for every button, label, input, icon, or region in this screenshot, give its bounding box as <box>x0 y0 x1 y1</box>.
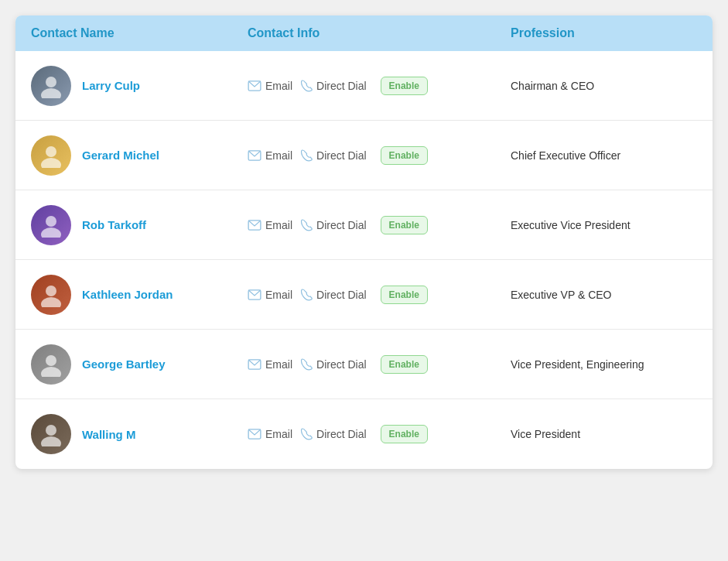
enable-button[interactable]: Enable <box>381 216 428 234</box>
phone-icon <box>300 80 313 92</box>
contact-info-cell: Email Direct Dial Enable <box>248 216 511 234</box>
contact-name[interactable]: Larry Culp <box>82 79 140 92</box>
table-row: Gerard Michel Email Direct Dial Enable C… <box>15 121 713 190</box>
contact-name-cell: Gerard Michel <box>31 135 248 176</box>
svg-point-7 <box>41 227 61 238</box>
svg-point-4 <box>41 158 61 168</box>
avatar-silhouette-icon <box>39 143 63 168</box>
avatar-silhouette-icon <box>39 213 63 238</box>
table-row: George Bartley Email Direct Dial Enable … <box>15 330 713 399</box>
avatar <box>31 414 71 454</box>
avatar <box>31 135 71 176</box>
contact-name-cell: George Bartley <box>31 344 248 385</box>
table-body: Larry Culp Email Direct Dial Enable Chai… <box>15 51 713 469</box>
direct-dial-item: Direct Dial <box>300 219 367 231</box>
svg-point-16 <box>41 436 61 446</box>
avatar <box>31 344 71 385</box>
direct-dial-label: Direct Dial <box>316 428 367 440</box>
email-icon <box>248 289 261 300</box>
enable-button[interactable]: Enable <box>381 355 428 374</box>
contact-name[interactable]: Kathleen Jordan <box>82 288 173 301</box>
svg-point-13 <box>41 367 61 377</box>
enable-button[interactable]: Enable <box>381 77 428 95</box>
phone-icon <box>300 428 313 440</box>
direct-dial-label: Direct Dial <box>316 289 367 301</box>
profession-cell: Vice President <box>511 428 697 440</box>
phone-icon <box>300 289 313 301</box>
enable-button[interactable]: Enable <box>381 146 428 165</box>
contact-name-cell: Rob Tarkoff <box>31 205 248 245</box>
direct-dial-label: Direct Dial <box>316 358 367 371</box>
phone-icon <box>300 358 313 371</box>
email-icon <box>248 150 261 161</box>
col-header-name: Contact Name <box>31 26 248 40</box>
email-label: Email <box>265 358 292 371</box>
svg-point-12 <box>46 355 56 366</box>
direct-dial-label: Direct Dial <box>316 219 367 231</box>
email-icon <box>248 429 261 440</box>
avatar-silhouette-icon <box>39 422 63 446</box>
svg-point-10 <box>41 297 61 307</box>
profession-cell: Executive Vice President <box>511 219 697 231</box>
contact-info-cell: Email Direct Dial Enable <box>248 146 511 165</box>
profession-cell: Vice President, Engineering <box>511 358 697 371</box>
avatar <box>31 205 71 245</box>
table-row: Walling M Email Direct Dial Enable Vice … <box>15 399 713 469</box>
avatar <box>31 66 71 106</box>
contact-name-cell: Kathleen Jordan <box>31 275 248 315</box>
phone-icon <box>300 219 313 231</box>
svg-point-6 <box>46 216 56 227</box>
profession-cell: Chairman & CEO <box>511 80 697 92</box>
contact-name[interactable]: Gerard Michel <box>82 149 159 162</box>
contact-info-cell: Email Direct Dial Enable <box>248 355 511 374</box>
email-icon <box>248 359 261 370</box>
svg-point-9 <box>46 286 56 296</box>
email-item: Email <box>248 289 292 301</box>
email-icon <box>248 80 261 91</box>
contact-info-cell: Email Direct Dial Enable <box>248 286 511 304</box>
email-label: Email <box>265 149 292 162</box>
contact-name[interactable]: Rob Tarkoff <box>82 218 146 231</box>
email-label: Email <box>265 80 292 92</box>
svg-point-3 <box>46 146 56 157</box>
avatar-silhouette-icon <box>39 352 63 377</box>
direct-dial-label: Direct Dial <box>316 149 367 162</box>
email-label: Email <box>265 289 292 301</box>
avatar-silhouette-icon <box>39 282 63 307</box>
enable-button[interactable]: Enable <box>381 425 428 443</box>
email-item: Email <box>248 149 292 162</box>
contacts-table: Contact Name Contact Info Profession Lar… <box>15 15 713 469</box>
avatar-silhouette-icon <box>39 74 63 98</box>
avatar <box>31 275 71 315</box>
email-label: Email <box>265 219 292 231</box>
email-item: Email <box>248 428 292 440</box>
contact-name-cell: Larry Culp <box>31 66 248 106</box>
table-row: Kathleen Jordan Email Direct Dial Enable… <box>15 260 713 330</box>
direct-dial-label: Direct Dial <box>316 80 367 92</box>
contact-name-cell: Walling M <box>31 414 248 454</box>
email-item: Email <box>248 358 292 371</box>
direct-dial-item: Direct Dial <box>300 289 367 301</box>
email-item: Email <box>248 219 292 231</box>
svg-point-1 <box>41 88 61 98</box>
contact-info-cell: Email Direct Dial Enable <box>248 77 511 95</box>
table-row: Larry Culp Email Direct Dial Enable Chai… <box>15 51 713 121</box>
enable-button[interactable]: Enable <box>381 286 428 304</box>
direct-dial-item: Direct Dial <box>300 80 367 92</box>
svg-point-15 <box>46 425 56 436</box>
col-header-info: Contact Info <box>248 26 511 40</box>
col-header-profession: Profession <box>511 26 697 40</box>
contact-name[interactable]: George Bartley <box>82 357 166 371</box>
contact-info-cell: Email Direct Dial Enable <box>248 425 511 443</box>
svg-point-0 <box>46 77 56 87</box>
email-icon <box>248 220 261 231</box>
email-item: Email <box>248 80 292 92</box>
contact-name[interactable]: Walling M <box>82 428 135 441</box>
table-header: Contact Name Contact Info Profession <box>15 15 713 51</box>
table-row: Rob Tarkoff Email Direct Dial Enable Exe… <box>15 190 713 260</box>
email-label: Email <box>265 428 292 440</box>
phone-icon <box>300 149 313 162</box>
direct-dial-item: Direct Dial <box>300 428 367 440</box>
profession-cell: Executive VP & CEO <box>511 289 697 301</box>
direct-dial-item: Direct Dial <box>300 358 367 371</box>
